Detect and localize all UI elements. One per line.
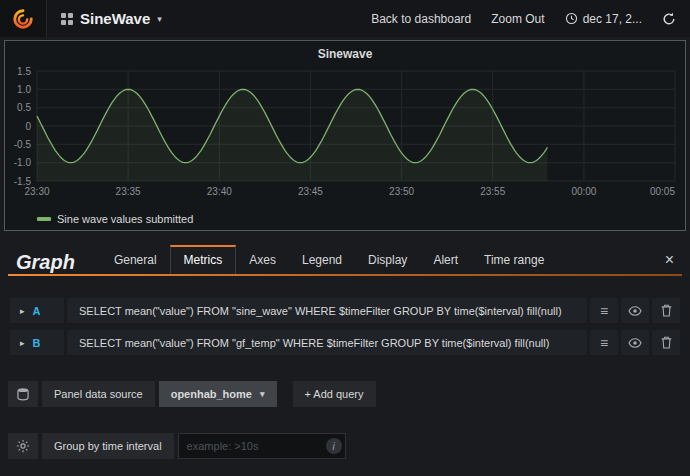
tab-axes[interactable]: Axes bbox=[236, 245, 289, 274]
tab-general[interactable]: General bbox=[101, 245, 170, 274]
svg-text:23:50: 23:50 bbox=[389, 186, 414, 197]
group-by-interval-input[interactable] bbox=[178, 433, 346, 459]
info-icon: i bbox=[326, 438, 342, 454]
query-delete-trash-icon[interactable] bbox=[652, 298, 680, 323]
query-menu-icon[interactable]: ≡ bbox=[590, 298, 618, 323]
add-query-button[interactable]: + Add query bbox=[293, 381, 376, 407]
svg-text:23:40: 23:40 bbox=[207, 186, 232, 197]
svg-text:0.5: 0.5 bbox=[17, 102, 31, 113]
time-picker-button[interactable]: dec 17, 2... bbox=[565, 12, 642, 26]
grafana-logo[interactable] bbox=[0, 0, 47, 37]
dashboard-picker[interactable]: SineWave ▾ bbox=[47, 10, 176, 27]
chevron-right-icon: ▸ bbox=[20, 338, 25, 348]
query-list: ▸ASELECT mean("value") FROM "sine_wave" … bbox=[10, 298, 680, 355]
editor-tabs: GeneralMetricsAxesLegendDisplayAlertTime… bbox=[101, 245, 557, 274]
tab-alert[interactable]: Alert bbox=[420, 245, 471, 274]
datasource-select[interactable]: openhab_home ▾ bbox=[159, 381, 277, 407]
tab-metrics[interactable]: Metrics bbox=[170, 245, 237, 274]
grafana-logo-icon bbox=[12, 8, 34, 30]
legend-series-swatch bbox=[37, 217, 51, 221]
datasource-row: Panel data source openhab_home ▾ + Add q… bbox=[8, 381, 682, 407]
panel-title[interactable]: Sinewave bbox=[7, 45, 683, 63]
dashboard-title: SineWave bbox=[80, 10, 150, 27]
panel-type-title: Graph bbox=[16, 252, 75, 272]
svg-text:23:45: 23:45 bbox=[298, 186, 323, 197]
close-icon[interactable]: × bbox=[657, 251, 682, 274]
svg-text:0: 0 bbox=[25, 121, 31, 132]
navbar: SineWave ▾ Back to dashboard Zoom Out de… bbox=[0, 0, 690, 37]
clock-icon bbox=[565, 12, 578, 25]
legend-series-label: Sine wave values submitted bbox=[57, 213, 193, 225]
svg-text:-1.0: -1.0 bbox=[14, 157, 32, 168]
editor-header: Graph GeneralMetricsAxesLegendDisplayAle… bbox=[8, 245, 682, 274]
svg-text:23:35: 23:35 bbox=[116, 186, 141, 197]
chart-legend[interactable]: Sine wave values submitted bbox=[7, 213, 683, 228]
tab-display[interactable]: Display bbox=[355, 245, 420, 274]
panel-data-source-label: Panel data source bbox=[42, 381, 155, 407]
tab-underline bbox=[8, 274, 682, 276]
dashboard-grid-icon bbox=[61, 13, 73, 25]
tab-legend[interactable]: Legend bbox=[289, 245, 355, 274]
options-row: Group by time interval i bbox=[8, 433, 682, 459]
query-letter: B bbox=[33, 337, 41, 349]
query-delete-trash-icon[interactable] bbox=[652, 330, 680, 355]
query-row-b: ▸BSELECT mean("value") FROM "gf_temp" WH… bbox=[10, 330, 680, 355]
navbar-actions: Back to dashboard Zoom Out dec 17, 2... bbox=[371, 12, 690, 26]
query-collapse-toggle[interactable]: ▸B bbox=[10, 330, 64, 355]
svg-text:1.0: 1.0 bbox=[17, 84, 31, 95]
refresh-icon bbox=[662, 12, 676, 26]
query-collapse-toggle[interactable]: ▸A bbox=[10, 298, 64, 323]
chevron-down-icon: ▾ bbox=[260, 389, 265, 399]
query-toggle-visibility-eye-icon[interactable] bbox=[621, 330, 649, 355]
group-by-time-interval-label: Group by time interval bbox=[42, 433, 174, 459]
back-to-dashboard-button[interactable]: Back to dashboard bbox=[371, 12, 471, 26]
svg-text:-0.5: -0.5 bbox=[14, 139, 32, 150]
zoom-out-button[interactable]: Zoom Out bbox=[491, 12, 544, 26]
graph-panel: Sinewave 1.51.00.50-0.5-1.0-1.523:3023:3… bbox=[4, 40, 686, 231]
chevron-down-icon: ▾ bbox=[157, 14, 162, 24]
svg-text:23:30: 23:30 bbox=[24, 186, 49, 197]
gear-icon bbox=[8, 433, 38, 459]
time-range-label: dec 17, 2... bbox=[583, 12, 642, 26]
chevron-right-icon: ▸ bbox=[20, 306, 25, 316]
svg-text:00:00: 00:00 bbox=[571, 186, 596, 197]
query-text[interactable]: SELECT mean("value") FROM "sine_wave" WH… bbox=[67, 298, 587, 323]
svg-text:-1.5: -1.5 bbox=[14, 176, 32, 187]
query-toggle-visibility-eye-icon[interactable] bbox=[621, 298, 649, 323]
grafana-app: SineWave ▾ Back to dashboard Zoom Out de… bbox=[0, 0, 690, 476]
datasource-value: openhab_home bbox=[171, 388, 252, 400]
tab-time-range[interactable]: Time range bbox=[471, 245, 557, 274]
svg-text:00:05: 00:05 bbox=[650, 186, 675, 197]
database-icon bbox=[8, 381, 38, 407]
panel-editor: Graph GeneralMetricsAxesLegendDisplayAle… bbox=[0, 231, 690, 459]
query-menu-icon[interactable]: ≡ bbox=[590, 330, 618, 355]
sinewave-chart: 1.51.00.50-0.5-1.0-1.523:3023:3523:4023:… bbox=[7, 63, 683, 213]
svg-text:23:55: 23:55 bbox=[480, 186, 505, 197]
svg-text:1.5: 1.5 bbox=[17, 66, 31, 77]
query-row-a: ▸ASELECT mean("value") FROM "sine_wave" … bbox=[10, 298, 680, 323]
query-text[interactable]: SELECT mean("value") FROM "gf_temp" WHER… bbox=[67, 330, 587, 355]
refresh-button[interactable] bbox=[662, 12, 676, 26]
query-letter: A bbox=[33, 305, 41, 317]
